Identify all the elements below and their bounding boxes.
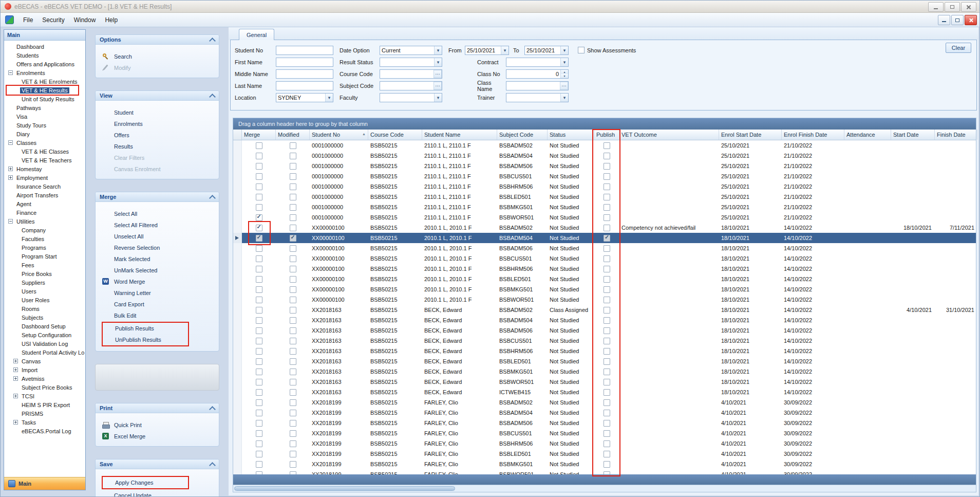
sidebar-item-users[interactable]: Users	[4, 287, 85, 296]
cell-merge[interactable]	[242, 233, 276, 243]
chevron-down-icon[interactable]	[560, 46, 568, 54]
modified-checkbox[interactable]	[290, 276, 296, 283]
cell-modified[interactable]	[276, 161, 310, 171]
panel-item-publish-results[interactable]: Publish Results	[103, 323, 188, 334]
table-row[interactable]: XX00000100BSB502152010.1 L, 2010.1 FBSBA…	[233, 243, 976, 253]
cell-modified[interactable]	[276, 459, 310, 469]
sidebar-item-programs[interactable]: Programs	[4, 243, 85, 252]
middle-name-input[interactable]	[276, 69, 333, 79]
publish-checkbox[interactable]	[604, 163, 610, 170]
table-row[interactable]: XX2018199BSB50215FARLEY, ClioBSBCUS501No…	[233, 428, 976, 438]
cell-publish[interactable]	[594, 284, 619, 294]
collapse-chevron-icon[interactable]	[209, 406, 216, 413]
chevron-down-icon[interactable]	[434, 46, 442, 54]
cell-modified[interactable]	[276, 212, 310, 223]
publish-checkbox[interactable]	[604, 451, 610, 457]
merge-checkbox[interactable]	[256, 327, 262, 334]
table-row[interactable]: XX2018163BSB50215BECK, EdwardBSBMKG501No…	[233, 366, 976, 377]
cell-modified[interactable]	[276, 438, 310, 449]
sidebar-item-classes[interactable]: Classes	[4, 138, 85, 147]
modified-checkbox[interactable]	[290, 142, 296, 149]
cell-merge[interactable]	[242, 305, 276, 315]
sidebar-item-unit-of-study-results[interactable]: Unit of Study Results	[4, 95, 85, 103]
table-row[interactable]: XX00000100BSB502152010.1 L, 2010.1 FBSBA…	[233, 233, 976, 243]
cell-merge[interactable]	[242, 161, 276, 171]
menu-file[interactable]: File	[18, 14, 37, 26]
modified-checkbox[interactable]	[290, 369, 296, 375]
expand-icon[interactable]	[13, 359, 18, 363]
chevron-down-icon[interactable]	[501, 46, 508, 54]
cell-publish[interactable]	[594, 449, 619, 459]
sidebar-item-subjects[interactable]: Subjects	[4, 313, 85, 322]
table-row[interactable]: XX2018199BSB50215FARLEY, ClioBSBMKG501No…	[233, 459, 976, 469]
modified-checkbox[interactable]	[290, 399, 296, 406]
table-row[interactable]: XX00000100BSB502152010.1 L, 2010.1 FBSBH…	[233, 264, 976, 274]
student-no-input[interactable]	[276, 46, 333, 55]
cell-modified[interactable]	[276, 305, 310, 315]
modified-checkbox[interactable]	[290, 440, 296, 447]
table-row[interactable]: 0001000000BSB502152110.1 L, 2110.1 FBSBM…	[233, 202, 976, 212]
panel-item-offers[interactable]: Offers	[96, 130, 219, 141]
collapse-chevron-icon[interactable]	[209, 195, 216, 201]
merge-checkbox[interactable]	[256, 173, 262, 180]
cell-modified[interactable]	[276, 223, 310, 233]
sidebar-item-program-start[interactable]: Program Start	[4, 252, 85, 261]
cell-merge[interactable]	[242, 356, 276, 366]
cell-publish[interactable]	[594, 438, 619, 449]
merge-checkbox[interactable]	[256, 451, 262, 457]
cell-modified[interactable]	[276, 469, 310, 474]
publish-checkbox[interactable]	[604, 153, 610, 159]
publish-checkbox[interactable]	[604, 420, 610, 427]
sidebar-item-vet-he-results[interactable]: VET & HE Results	[4, 86, 85, 95]
modified-checkbox[interactable]	[290, 461, 296, 468]
table-row[interactable]: XX00000100BSB502152010.1 L, 2010.1 FBSBM…	[233, 284, 976, 294]
panel-item-unpublish-results[interactable]: UnPublish Results	[103, 334, 188, 345]
mdi-minimize-button[interactable]	[938, 15, 950, 25]
table-row[interactable]: XX00000100BSB502152010.1 L, 2010.1 FBSBA…	[233, 223, 976, 233]
cell-merge[interactable]	[242, 346, 276, 356]
sidebar-item-diary[interactable]: Diary	[4, 130, 85, 138]
cell-merge[interactable]	[242, 418, 276, 428]
spin-down-icon[interactable]	[561, 74, 568, 78]
cell-publish[interactable]	[594, 459, 619, 469]
publish-checkbox[interactable]	[604, 461, 610, 468]
modified-checkbox[interactable]	[290, 153, 296, 159]
cell-merge[interactable]	[242, 274, 276, 284]
merge-checkbox[interactable]	[256, 430, 262, 437]
cell-modified[interactable]	[276, 428, 310, 438]
table-row[interactable]: XX2018163BSB50215BECK, EdwardBSBLED501No…	[233, 356, 976, 366]
table-row[interactable]: 0001000000BSB502152110.1 L, 2110.1 FBSBA…	[233, 161, 976, 171]
table-row[interactable]: XX2018199BSB50215FARLEY, ClioBSBADM506No…	[233, 418, 976, 428]
sidebar-item-faculties[interactable]: Faculties	[4, 234, 85, 243]
sidebar-item-heim-s-pir-export[interactable]: HEIM S PIR Export	[4, 400, 85, 409]
cell-merge[interactable]	[242, 469, 276, 474]
modified-checkbox[interactable]	[290, 451, 296, 457]
cell-publish[interactable]	[594, 469, 619, 474]
modified-checkbox[interactable]	[290, 214, 296, 221]
cell-publish[interactable]	[594, 233, 619, 243]
sidebar-item-finance[interactable]: Finance	[4, 208, 85, 217]
expand-icon[interactable]	[13, 367, 18, 372]
sidebar-footer-main[interactable]: Main	[4, 477, 85, 490]
close-button[interactable]	[961, 2, 976, 12]
cell-publish[interactable]	[594, 161, 619, 171]
table-row[interactable]: XX2018199BSB50215FARLEY, ClioBSBWOR501No…	[233, 469, 976, 474]
cell-publish[interactable]	[594, 428, 619, 438]
sidebar-item-visa[interactable]: Visa	[4, 112, 85, 121]
sidebar-item-enrolments[interactable]: Enrolments	[4, 68, 85, 77]
sidebar-item-price-books[interactable]: Price Books	[4, 269, 85, 278]
cell-modified[interactable]	[276, 315, 310, 325]
merge-checkbox[interactable]	[256, 307, 262, 314]
cell-merge[interactable]	[242, 181, 276, 192]
cell-modified[interactable]	[276, 253, 310, 264]
table-row[interactable]: XX2018163BSB50215BECK, EdwardBSBWOR501No…	[233, 377, 976, 387]
modified-checkbox[interactable]	[290, 266, 296, 272]
modified-checkbox[interactable]	[290, 327, 296, 334]
cell-merge[interactable]	[242, 192, 276, 202]
result-status-select[interactable]	[380, 58, 442, 67]
menu-security[interactable]: Security	[37, 14, 69, 26]
cell-publish[interactable]	[594, 140, 619, 151]
sidebar-item-usi-validation-log[interactable]: USI Validation Log	[4, 339, 85, 348]
cell-modified[interactable]	[276, 346, 310, 356]
merge-checkbox[interactable]	[256, 163, 262, 170]
